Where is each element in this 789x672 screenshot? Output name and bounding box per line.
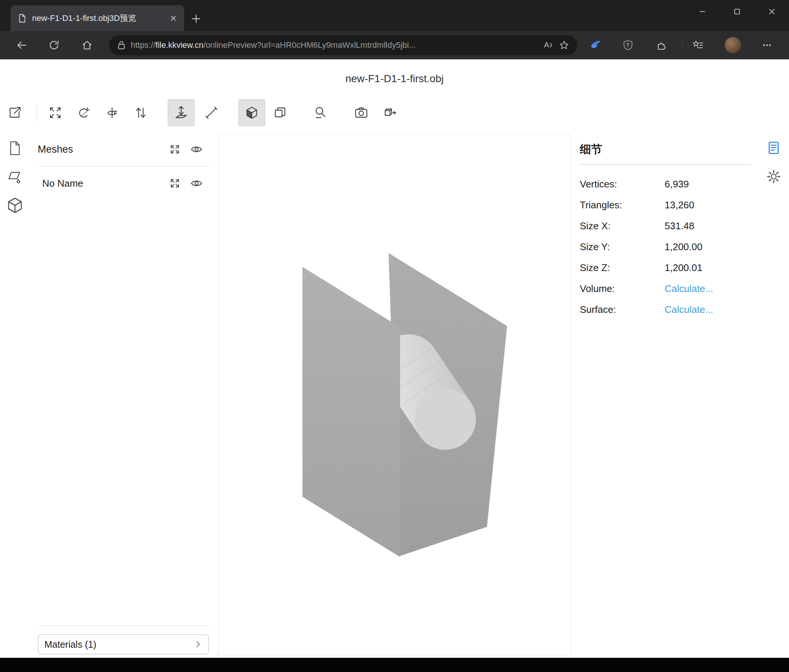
shield-glyph: T	[626, 42, 629, 48]
fit-view-button[interactable]	[42, 99, 69, 126]
navbar-divider	[682, 38, 682, 52]
detail-row-volume: Volume: Calculate...	[580, 278, 751, 299]
details-tab-button[interactable]	[766, 140, 781, 156]
detail-row-size-y: Size Y: 1,200.00	[580, 236, 751, 257]
home-icon	[81, 40, 93, 51]
screenshot-button[interactable]	[348, 99, 375, 126]
bird-extension-icon[interactable]	[586, 36, 605, 54]
meshes-header-row: Meshes	[38, 139, 210, 159]
flip-vertical-button[interactable]	[128, 99, 154, 126]
maximize-button[interactable]	[720, 0, 754, 23]
browser-menu-icon[interactable]	[758, 36, 776, 54]
detail-value: 6,939	[664, 178, 689, 190]
mesh-list-item[interactable]: No Name	[38, 173, 210, 193]
profile-avatar[interactable]	[725, 37, 741, 53]
home-button[interactable]	[78, 36, 96, 54]
mesh-visibility-eye-icon[interactable]	[190, 177, 203, 189]
tab-favicon-icon	[17, 13, 27, 23]
shield-t-extension-icon[interactable]: T	[619, 36, 637, 54]
favorite-star-icon[interactable]	[559, 40, 569, 50]
url-path: /onlinePreview?url=aHR0cHM6Ly9maWxlLmtrd…	[203, 40, 415, 49]
box-view-button[interactable]	[267, 99, 294, 126]
move-axis-button[interactable]	[168, 99, 195, 126]
detail-value: 531.48	[664, 220, 695, 232]
line-tool-button[interactable]	[198, 99, 225, 126]
browser-tab[interactable]: new-F1-D1-1-first.obj3D预览	[10, 5, 184, 31]
details-list-icon	[766, 140, 781, 156]
chevron-right-icon	[193, 640, 203, 649]
url-text: https://file.kkview.cn/onlinePreview?url…	[131, 40, 537, 50]
rotate-free-icon	[77, 105, 91, 120]
detail-label: Size Z:	[580, 262, 664, 274]
detail-row-surface: Surface: Calculate...	[580, 299, 751, 320]
file-icon	[7, 140, 23, 156]
model-tab-button[interactable]	[6, 196, 24, 214]
refresh-icon	[49, 40, 60, 51]
materials-tab-button[interactable]	[6, 168, 24, 186]
detail-label: Vertices:	[580, 178, 664, 190]
viewer-page: new-F1-D1-1-first.obj	[0, 59, 789, 658]
minimize-icon	[698, 8, 706, 16]
minimize-button[interactable]	[685, 0, 720, 23]
browser-window: new-F1-D1-1-first.obj3D预览	[0, 0, 789, 672]
left-plane	[303, 267, 400, 557]
measure-icon	[313, 105, 328, 120]
detail-label: Size Y:	[580, 241, 664, 253]
rotate-axis-icon	[105, 105, 120, 120]
settings-gear-icon	[766, 169, 781, 185]
materials-divider	[38, 625, 210, 626]
materials-button[interactable]: Materials (1)	[38, 634, 209, 654]
refresh-button[interactable]	[45, 36, 64, 54]
rotate-axis-button[interactable]	[99, 99, 126, 126]
url-scheme: https://	[131, 40, 155, 49]
extensions-puzzle-icon[interactable]	[652, 36, 671, 54]
read-aloud-icon[interactable]: A	[542, 40, 554, 51]
address-bar[interactable]: https://file.kkview.cn/onlinePreview?url…	[109, 35, 578, 55]
line-tool-icon	[204, 105, 219, 120]
model-3d-icon	[6, 197, 24, 214]
calculate-surface-link[interactable]: Calculate...	[664, 304, 713, 315]
measure-button[interactable]	[307, 99, 334, 126]
new-tab-button[interactable]	[190, 13, 202, 24]
detail-row-size-z: Size Z: 1,200.01	[580, 257, 751, 278]
window-controls	[685, 0, 789, 23]
bottom-bar	[0, 658, 789, 672]
favorites-hub-icon[interactable]	[688, 36, 707, 54]
rotate-free-button[interactable]	[70, 99, 97, 126]
fit-mesh-icon[interactable]	[168, 177, 181, 189]
open-model-button[interactable]	[2, 99, 29, 126]
calculate-volume-link[interactable]: Calculate...	[664, 283, 713, 295]
file-tab-button[interactable]	[6, 139, 24, 157]
back-button[interactable]	[12, 36, 31, 54]
mesh-item-label: No Name	[38, 178, 83, 189]
details-rows: Vertices: 6,939 Triangles: 13,260 Size X…	[580, 174, 751, 320]
browser-navbar: https://file.kkview.cn/onlinePreview?url…	[0, 31, 789, 59]
close-button[interactable]	[754, 0, 789, 23]
details-divider	[580, 164, 751, 165]
move-axis-icon	[174, 105, 188, 120]
export-button[interactable]	[377, 99, 404, 126]
tab-close-icon[interactable]	[169, 14, 177, 22]
screenshot-icon	[354, 105, 369, 120]
browser-titlebar: new-F1-D1-1-first.obj3D预览	[0, 0, 789, 31]
fit-all-icon[interactable]	[168, 143, 181, 156]
export-icon	[383, 105, 398, 120]
page-title: new-F1-D1-1-first.obj	[0, 73, 789, 85]
shaded-view-button[interactable]	[238, 99, 265, 126]
visibility-eye-icon[interactable]	[190, 143, 203, 156]
detail-value: 1,200.00	[664, 241, 702, 253]
model-viewport[interactable]	[218, 134, 570, 655]
maximize-icon	[733, 8, 741, 16]
tab-title: new-F1-D1-1-first.obj3D预览	[32, 13, 164, 24]
close-icon	[768, 8, 776, 16]
url-domain: file.kkview.cn	[155, 40, 203, 49]
model-render	[218, 135, 570, 655]
open-model-icon	[8, 105, 22, 120]
detail-label: Surface:	[580, 304, 664, 315]
detail-value: 13,260	[664, 199, 695, 211]
detail-value: 1,200.01	[664, 262, 702, 274]
settings-button[interactable]	[766, 169, 781, 185]
back-icon	[16, 40, 27, 51]
detail-row-triangles: Triangles: 13,260	[580, 194, 751, 215]
fit-view-icon	[48, 105, 63, 120]
